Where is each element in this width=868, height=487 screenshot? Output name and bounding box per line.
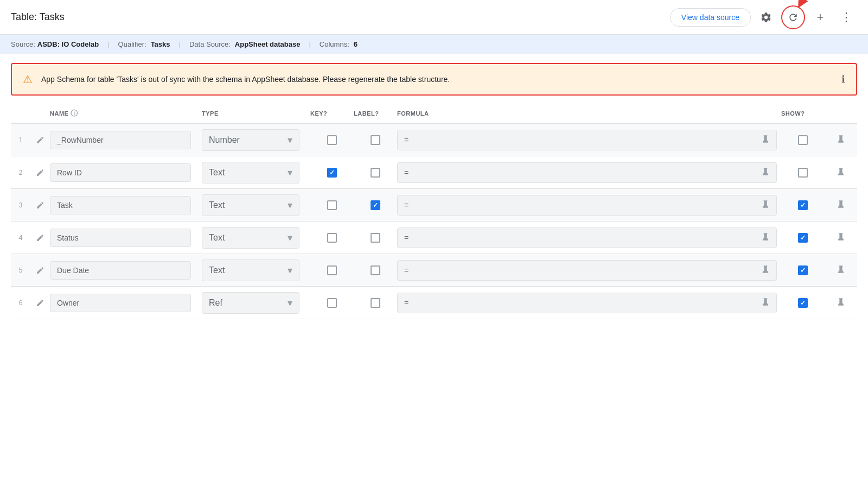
formula-beaker-icon[interactable] [761,167,770,178]
show-beaker-row-1[interactable] [825,135,857,146]
key-checkbox-row-3[interactable] [310,200,354,210]
col-header-label: LABEL? [354,109,397,118]
datasource-value: AppSheet database [235,40,301,48]
show-beaker-row-6[interactable] [825,298,857,308]
formula-beaker-icon[interactable] [761,265,770,276]
key-cb[interactable] [327,135,337,145]
name-field-row-4: Status [50,229,202,247]
col-header-type: TYPE [202,109,310,118]
source-bar: Source: ASDB: IO Codelab | Qualifier: Ta… [0,35,868,54]
show-cb[interactable] [798,135,808,145]
show-beaker-row-3[interactable] [825,200,857,211]
label-cb[interactable] [371,265,380,275]
label-cb[interactable] [371,233,380,243]
formula-beaker-icon[interactable] [761,200,770,211]
show-beaker-icon[interactable] [837,232,845,243]
key-cb[interactable] [327,298,337,308]
edit-icon-row-6[interactable] [30,299,50,307]
refresh-circle-indicator [781,5,805,29]
label-cb[interactable] [371,168,380,178]
view-datasource-button[interactable]: View data source [670,8,751,27]
label-cb[interactable] [371,200,380,210]
show-checkbox-row-5[interactable] [781,265,825,275]
key-checkbox-row-4[interactable] [310,233,354,243]
table-rows: 1 _RowNumber Number ▾ = [11,124,857,319]
settings-icon [760,11,772,23]
key-checkbox-row-5[interactable] [310,265,354,275]
key-cb[interactable] [327,233,337,243]
col-header-rownum [11,109,30,118]
page-title: Table: Tasks [11,11,65,23]
key-checkbox-row-1[interactable] [310,135,354,145]
show-checkbox-row-2[interactable] [781,168,825,178]
key-checkbox-row-6[interactable] [310,298,354,308]
row-number-3: 3 [11,201,30,209]
name-field-row-1: _RowNumber [50,131,202,149]
show-beaker-icon[interactable] [837,298,845,308]
col-header-key: KEY? [310,109,354,118]
show-cb[interactable] [798,265,808,275]
label-checkbox-row-1[interactable] [354,135,397,145]
show-checkbox-row-4[interactable] [781,233,825,243]
show-beaker-icon[interactable] [837,265,845,276]
show-beaker-icon[interactable] [837,135,845,146]
edit-icon-row-2[interactable] [30,168,50,177]
label-checkbox-row-3[interactable] [354,200,397,210]
refresh-button[interactable] [783,8,803,27]
label-cb[interactable] [371,135,380,145]
show-cb[interactable] [798,233,808,243]
type-field-row-1[interactable]: Number ▾ [202,129,310,151]
show-beaker-icon[interactable] [837,167,845,178]
table-row: 6 Owner Ref ▾ = [11,287,857,319]
edit-icon-row-4[interactable] [30,233,50,242]
edit-icon-row-1[interactable] [30,136,50,144]
edit-icon-row-5[interactable] [30,266,50,275]
qualifier-label: Qualifier: [118,40,146,48]
show-checkbox-row-1[interactable] [781,135,825,145]
key-cb[interactable] [327,168,337,178]
warning-icon: ⚠ [23,73,33,86]
key-cb[interactable] [327,200,337,210]
add-button[interactable]: + [809,7,831,28]
name-field-row-6: Owner [50,294,202,312]
columns-label: Columns: [320,40,349,48]
info-icon[interactable]: ℹ [841,73,845,85]
show-beaker-row-2[interactable] [825,167,857,178]
show-beaker-row-4[interactable] [825,232,857,243]
type-field-row-3[interactable]: Text ▾ [202,194,310,216]
type-field-row-6[interactable]: Ref ▾ [202,292,310,314]
refresh-wrapper [781,5,805,29]
key-cb[interactable] [327,265,337,275]
more-options-button[interactable]: ⋮ [835,7,857,28]
label-checkbox-row-6[interactable] [354,298,397,308]
show-checkbox-row-6[interactable] [781,298,825,308]
header-actions: View data source [670,5,857,29]
label-checkbox-row-5[interactable] [354,265,397,275]
table-row: 5 Due Date Text ▾ = [11,254,857,287]
show-checkbox-row-3[interactable] [781,200,825,210]
label-checkbox-row-2[interactable] [354,168,397,178]
formula-beaker-icon[interactable] [761,232,770,243]
label-checkbox-row-4[interactable] [354,233,397,243]
formula-cell-row-4: = [397,227,781,248]
row-number-2: 2 [11,169,30,176]
type-field-row-2[interactable]: Text ▾ [202,162,310,184]
label-cb[interactable] [371,298,380,308]
show-cb[interactable] [798,200,808,210]
row-number-1: 1 [11,136,30,144]
type-field-row-4[interactable]: Text ▾ [202,227,310,249]
show-cb[interactable] [798,298,808,308]
settings-button[interactable] [755,7,777,28]
table-row: 1 _RowNumber Number ▾ = [11,124,857,156]
col-header-show: SHOW? [781,109,825,118]
show-cb[interactable] [798,168,808,178]
source-value: ASDB: IO Codelab [37,40,99,48]
show-beaker-row-5[interactable] [825,265,857,276]
edit-icon-row-3[interactable] [30,201,50,210]
formula-beaker-icon[interactable] [761,298,770,308]
type-field-row-5[interactable]: Text ▾ [202,260,310,281]
key-checkbox-row-2[interactable] [310,168,354,178]
name-field-row-3: Task [50,196,202,214]
formula-beaker-icon[interactable] [761,135,770,146]
show-beaker-icon[interactable] [837,200,845,211]
